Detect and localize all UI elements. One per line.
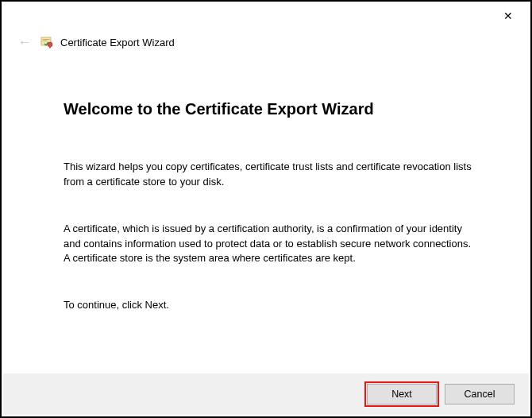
next-button[interactable]: Next xyxy=(367,384,437,404)
wizard-header: ← Certificate Export Wizard xyxy=(2,30,530,54)
wizard-content: Welcome to the Certificate Export Wizard… xyxy=(2,54,530,313)
intro-paragraph-1: This wizard helps you copy certificates,… xyxy=(64,160,475,190)
certificate-icon xyxy=(40,35,54,49)
svg-rect-2 xyxy=(43,41,48,41)
intro-paragraph-2: A certificate, which is issued by a cert… xyxy=(64,222,475,267)
svg-rect-1 xyxy=(43,39,50,40)
close-button[interactable]: ✕ xyxy=(494,5,522,27)
wizard-footer: Next Cancel xyxy=(3,373,529,415)
wizard-title: Certificate Export Wizard xyxy=(60,37,175,48)
page-heading: Welcome to the Certificate Export Wizard xyxy=(64,100,475,118)
back-arrow-icon: ← xyxy=(16,33,33,51)
continue-hint: To continue, click Next. xyxy=(64,298,475,313)
titlebar: ✕ xyxy=(2,2,530,30)
cancel-button[interactable]: Cancel xyxy=(445,384,515,404)
